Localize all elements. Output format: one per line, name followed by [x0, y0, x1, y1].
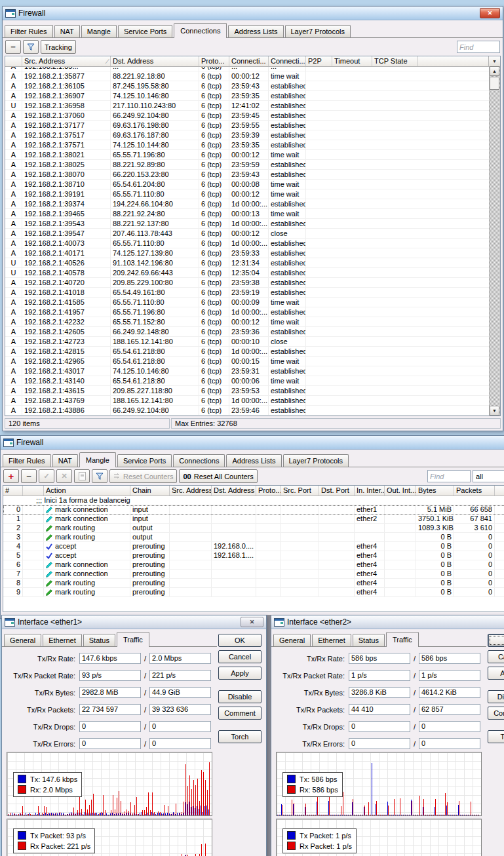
- vertical-scrollbar[interactable]: ▲ ▼: [489, 66, 500, 416]
- connection-row[interactable]: A192.168.2.1:3946588.221.92.24:806 (tcp)…: [5, 209, 490, 219]
- connection-row[interactable]: A192.168.2.1:4101865.54.49.161:806 (tcp)…: [5, 288, 490, 298]
- connection-row[interactable]: U192.168.2.1:36958217.110.110.243:806 (t…: [5, 101, 490, 111]
- rx-value-field[interactable]: 62 857: [419, 704, 480, 715]
- close-icon[interactable]: ✕: [241, 617, 263, 627]
- tx-value-field[interactable]: 44 410: [349, 704, 410, 715]
- col-header-connecti[interactable]: Connecti...: [269, 56, 306, 66]
- tab-address-lists[interactable]: Address Lists: [228, 25, 283, 37]
- rule-comment-row[interactable]: ;;; Inici 1a forma de balanceig: [3, 496, 504, 505]
- col-header-out-int[interactable]: Out. Int...: [385, 486, 416, 496]
- tx-value-field[interactable]: 0: [349, 721, 410, 732]
- connection-row[interactable]: A192.168.2.1:4281565.54.61.218:806 (tcp)…: [5, 347, 490, 357]
- rx-value-field[interactable]: 0: [419, 738, 480, 749]
- rx-value-field[interactable]: 4614.2 KiB: [419, 687, 480, 698]
- col-header-packets[interactable]: Packets: [454, 486, 495, 496]
- col-header-tcp-state[interactable]: TCP State: [372, 56, 418, 66]
- tab-nat[interactable]: NAT: [52, 454, 78, 467]
- tx-value-field[interactable]: 93 p/s: [79, 670, 141, 681]
- apply-button[interactable]: Apply: [218, 667, 262, 680]
- tab-filter-rules[interactable]: Filter Rules: [3, 454, 51, 467]
- connection-row[interactable]: A192.168.2.1:43615209.85.227.118:806 (tc…: [5, 386, 490, 396]
- tab-layer7-protocols[interactable]: Layer7 Protocols: [285, 25, 351, 37]
- connection-row[interactable]: A192.168.2.1:35......6 (tcp)......: [5, 67, 490, 71]
- connection-row[interactable]: A192.168.2.1:3610587.245.195.58:806 (tcp…: [5, 81, 490, 91]
- connection-row[interactable]: A192.168.2.1:4388666.249.92.104:806 (tcp…: [5, 406, 490, 416]
- tab-service-ports[interactable]: Service Ports: [117, 454, 172, 467]
- remove-button[interactable]: −: [5, 40, 21, 54]
- connection-row[interactable]: A192.168.2.1:40720209.85.229.100:806 (tc…: [5, 278, 490, 288]
- tab-traffic[interactable]: Traffic: [117, 632, 149, 647]
- connection-row[interactable]: A192.168.2.1:3807066.220.153.23:806 (tcp…: [5, 170, 490, 180]
- tx-value-field[interactable]: 3286.8 KiB: [349, 687, 410, 698]
- connection-row[interactable]: A192.168.2.1:42723188.165.12.141:806 (tc…: [5, 337, 490, 347]
- titlebar[interactable]: Interface <ether2> ✕: [271, 615, 504, 629]
- ok-button[interactable]: OK: [218, 634, 262, 647]
- mangle-rule-row[interactable]: 9mark routingpreroutingether40 B0: [3, 588, 504, 597]
- mangle-rule-row[interactable]: 0mark connectioninputether15.1 MiB66 658: [3, 505, 504, 515]
- col-header-chain[interactable]: Chain: [130, 486, 170, 496]
- tx-value-field[interactable]: 0: [349, 738, 410, 749]
- connection-row[interactable]: A192.168.2.1:4314065.54.61.218:806 (tcp)…: [5, 376, 490, 386]
- tab-connections[interactable]: Connections: [174, 23, 227, 38]
- torch-button[interactable]: Torch: [488, 730, 504, 743]
- mangle-rule-row[interactable]: 8mark routingpreroutingether40 B0: [3, 579, 504, 588]
- cancel-button[interactable]: Cancel: [218, 650, 262, 663]
- filter-button[interactable]: [92, 469, 107, 483]
- rx-value-field[interactable]: 39 323 636: [149, 704, 211, 715]
- mangle-rule-row[interactable]: 7mark connectionpreroutingether40 B0: [3, 570, 504, 579]
- connection-row[interactable]: A192.168.2.1:3751769.63.176.187:806 (tcp…: [5, 130, 490, 140]
- col-header-bytes[interactable]: Bytes: [416, 486, 454, 496]
- ok-button[interactable]: OK: [488, 634, 504, 647]
- connection-row[interactable]: A192.168.2.1:3706066.249.92.104:806 (tcp…: [5, 111, 490, 121]
- connection-row[interactable]: A192.168.2.1:4017174.125.127.139:806 (tc…: [5, 248, 490, 258]
- col-header-action[interactable]: Action: [44, 486, 130, 496]
- col-header-connecti[interactable]: Connecti...: [229, 56, 269, 66]
- rx-value-field[interactable]: 0: [419, 721, 480, 732]
- disable-button[interactable]: Disable: [218, 690, 262, 703]
- col-header-p2p[interactable]: P2P: [306, 56, 332, 66]
- connection-row[interactable]: A192.168.2.1:39374194.224.66.104:806 (tc…: [5, 199, 490, 209]
- titlebar[interactable]: Firewall ✕: [3, 7, 503, 20]
- remove-button[interactable]: −: [21, 469, 37, 483]
- connection-row[interactable]: U192.168.2.1:4052691.103.142.196:806 (tc…: [5, 258, 490, 268]
- scrollbar-thumb[interactable]: [490, 77, 499, 90]
- titlebar[interactable]: Interface <ether1> ✕: [2, 615, 266, 629]
- connection-row[interactable]: A192.168.2.1:3919165.55.71.110:806 (tcp)…: [5, 189, 490, 199]
- mangle-rule-row[interactable]: 1mark connectioninputether23750.1 KiB67 …: [3, 515, 504, 524]
- close-icon[interactable]: ✕: [480, 8, 500, 18]
- connection-row[interactable]: A192.168.2.1:4260566.249.92.148:806 (tcp…: [5, 327, 490, 337]
- filter-button[interactable]: [23, 40, 39, 54]
- connection-row[interactable]: A192.168.2.1:3871065.54.61.204:806 (tcp)…: [5, 180, 490, 189]
- tab-connections[interactable]: Connections: [173, 454, 225, 467]
- rx-value-field[interactable]: 2.0 Mbps: [149, 653, 211, 664]
- comment-button[interactable]: [74, 469, 90, 483]
- connection-row[interactable]: A192.168.2.1:4301774.125.10.146:806 (tcp…: [5, 366, 490, 376]
- tab-filter-rules[interactable]: Filter Rules: [5, 25, 53, 37]
- connection-row[interactable]: A192.168.2.1:4296565.54.61.218:806 (tcp)…: [5, 357, 490, 366]
- tx-value-field[interactable]: 1 p/s: [349, 670, 410, 681]
- connection-row[interactable]: A192.168.2.1:3802165.55.71.196:806 (tcp)…: [5, 150, 490, 160]
- torch-button[interactable]: Torch: [218, 730, 262, 743]
- tab-general[interactable]: General: [4, 634, 41, 646]
- mangle-rule-row[interactable]: 2mark routingoutput1089.3 KiB3 610: [3, 524, 504, 533]
- connection-row[interactable]: A192.168.2.1:3802588.221.92.89:806 (tcp)…: [5, 160, 490, 170]
- connection-row[interactable]: A192.168.2.1:3757174.125.10.144:806 (tcp…: [5, 140, 490, 150]
- reset-counters-button[interactable]: Reset Counters: [109, 469, 177, 483]
- find-input[interactable]: [457, 41, 500, 53]
- column-select-icon[interactable]: ▼: [488, 56, 500, 66]
- tab-traffic[interactable]: Traffic: [386, 632, 419, 647]
- connection-row[interactable]: U192.168.2.1:40578209.242.69.66:4436 (tc…: [5, 268, 490, 278]
- tab-address-lists[interactable]: Address Lists: [226, 454, 281, 467]
- tab-ethernet[interactable]: Ethernet: [43, 634, 82, 646]
- disable-button[interactable]: Disable: [488, 690, 504, 703]
- col-header-blank[interactable]: [23, 486, 44, 496]
- enable-button[interactable]: ✓: [39, 469, 54, 483]
- connection-row[interactable]: A192.168.2.1:3587788.221.92.18:806 (tcp)…: [5, 71, 490, 81]
- col-header-dst-port[interactable]: Dst. Port: [319, 486, 355, 496]
- col-header-src-port[interactable]: Src. Port: [281, 486, 319, 496]
- tab-mangle[interactable]: Mangle: [79, 452, 116, 467]
- disable-button[interactable]: ✕: [56, 469, 72, 483]
- add-button[interactable]: +: [3, 469, 19, 483]
- connection-row[interactable]: A192.168.2.1:4158565.55.71.110:806 (tcp)…: [5, 298, 490, 307]
- rx-value-field[interactable]: 0: [149, 738, 211, 749]
